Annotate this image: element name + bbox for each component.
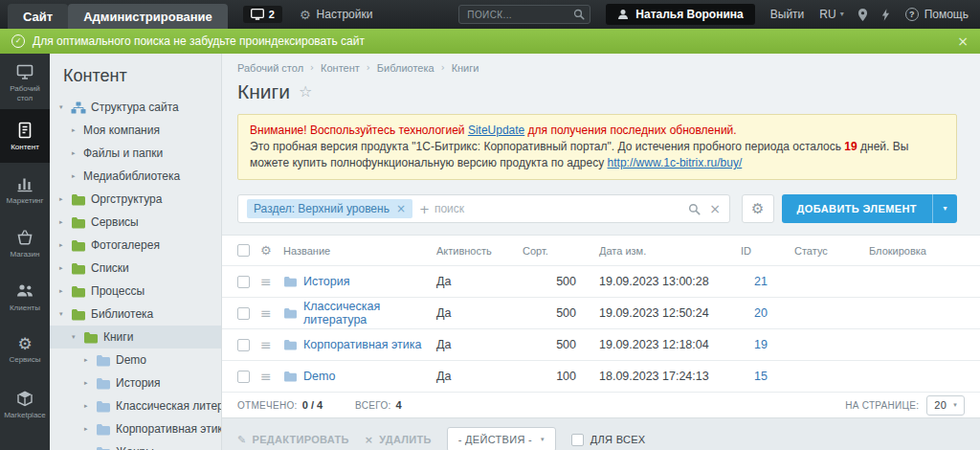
search-icon[interactable] (573, 9, 585, 20)
row-menu-icon[interactable]: ≡ (260, 370, 283, 383)
col-modified[interactable]: Дата изм. (599, 245, 741, 257)
rail-item-marketing[interactable]: Маркетинг (0, 163, 50, 216)
user-menu[interactable]: Наталья Воронина (606, 4, 754, 25)
actions-dropdown[interactable]: - ДЕЙСТВИЯ - ▾ (447, 427, 556, 450)
sidebar-item-medialibrary[interactable]: ▸ Медиабиблиотека (50, 165, 221, 188)
row-sort: 500 (523, 275, 576, 288)
row-checkbox[interactable] (237, 307, 250, 320)
logout-link[interactable]: Выйти (770, 8, 805, 21)
chevron-right-icon[interactable]: ▸ (59, 196, 71, 203)
sidebar-item-site-structure[interactable]: ▾ Структура сайта (50, 96, 221, 119)
buy-link[interactable]: http://www.1c-bitrix.ru/buy/ (608, 156, 743, 169)
row-menu-icon[interactable]: ≡ (260, 306, 283, 320)
sidebar-item-services[interactable]: ▸ Сервисы (50, 211, 221, 234)
chevron-down-icon[interactable]: ▾ (59, 104, 71, 111)
sidebar-item-corporate-ethics[interactable]: ▸ Корпоративная этик (50, 417, 221, 440)
search-input[interactable] (458, 5, 590, 24)
row-id-link[interactable]: 15 (754, 370, 768, 383)
chevron-right-icon[interactable]: ▸ (59, 265, 71, 272)
row-checkbox[interactable] (237, 371, 250, 383)
rail-item-desktop[interactable]: Рабочий стол (0, 56, 50, 109)
breadcrumb-item[interactable]: Рабочий стол (237, 62, 303, 74)
row-id-link[interactable]: 20 (754, 306, 768, 320)
sidebar-item-history[interactable]: ▸ История (50, 371, 221, 394)
pin-icon[interactable] (858, 9, 868, 21)
sidebar-item-lists[interactable]: ▸ Списки (50, 257, 221, 280)
search-icon[interactable] (688, 203, 701, 215)
rail-item-content[interactable]: Контент (0, 109, 50, 163)
row-name-link[interactable]: Demo (303, 370, 335, 383)
chevron-down-icon[interactable]: ▾ (72, 334, 83, 341)
col-status[interactable]: Статус (794, 245, 869, 257)
row-menu-icon[interactable]: ≡ (260, 275, 283, 288)
row-menu-icon[interactable]: ≡ (260, 338, 283, 351)
add-element-button[interactable]: ДОБАВИТЬ ЭЛЕМЕНТ ▾ (782, 194, 957, 223)
settings-button[interactable]: ⚙ Настройки (300, 8, 373, 21)
col-sort[interactable]: Сорт. (523, 245, 576, 257)
sidebar-item-my-company[interactable]: ▸ Моя компания (50, 119, 221, 142)
chevron-right-icon[interactable]: ▸ (59, 288, 71, 295)
siteupdate-link[interactable]: SiteUpdate (468, 124, 524, 137)
sidebar-item-genres[interactable]: ▸ Жанры (50, 440, 221, 450)
filter-search-input[interactable] (434, 202, 688, 215)
rail-item-services[interactable]: ⚙ Сервисы (0, 324, 50, 377)
col-lock[interactable]: Блокировка (869, 245, 980, 257)
help-button[interactable]: ? Помощь (905, 8, 969, 21)
chip-close-icon[interactable]: × (396, 203, 406, 214)
row-checkbox[interactable] (237, 339, 250, 351)
sidebar-item-library[interactable]: ▾ Библиотека (50, 303, 221, 326)
grid-settings-button[interactable]: ⚙ (742, 194, 774, 223)
notifications-counter[interactable]: 2 (243, 6, 282, 23)
chevron-right-icon[interactable]: ▸ (59, 242, 71, 249)
col-active[interactable]: Активность (436, 245, 523, 257)
folder-icon (96, 354, 111, 367)
row-name-link[interactable]: Корпоративная этика (303, 338, 422, 351)
chevron-right-icon[interactable]: ▸ (84, 380, 96, 387)
sidebar-item-files-folders[interactable]: ▸ Файлы и папки (50, 142, 221, 165)
add-dropdown-caret-icon[interactable]: ▾ (932, 194, 957, 223)
lightning-icon[interactable] (881, 9, 890, 21)
delete-button[interactable]: × УДАЛИТЬ (365, 427, 432, 450)
row-id-link[interactable]: 19 (754, 338, 768, 351)
chevron-down-icon[interactable]: ▾ (59, 311, 71, 318)
chevron-right-icon[interactable]: ▸ (84, 403, 96, 410)
edit-button[interactable]: ✎ РЕДАКТИРОВАТЬ (237, 427, 349, 450)
select-all-checkbox[interactable] (237, 244, 250, 257)
per-page-select[interactable]: 20 ▾ (926, 395, 965, 416)
breadcrumb-item[interactable]: Контент (321, 62, 360, 74)
tab-site[interactable]: Сайт (8, 4, 68, 29)
breadcrumb-item[interactable]: Библиотека (377, 62, 434, 74)
header-gear-icon[interactable]: ⚙ (260, 244, 283, 257)
for-all-checkbox[interactable] (571, 434, 584, 446)
language-selector[interactable]: RU ▾ (819, 8, 843, 21)
filter-input-box[interactable]: Раздел: Верхний уровень × + × (237, 194, 730, 223)
chevron-right-icon[interactable]: ▸ (84, 426, 96, 433)
col-name[interactable]: Название (283, 245, 436, 257)
user-icon (617, 9, 629, 20)
favorite-star-icon[interactable]: ☆ (299, 84, 312, 100)
row-name-link[interactable]: Классическая литература (303, 300, 436, 326)
sidebar-item-processes[interactable]: ▸ Процессы (50, 280, 221, 303)
for-all-toggle[interactable]: ДЛЯ ВСЕХ (571, 427, 646, 450)
rail-item-clients[interactable]: Клиенты (0, 270, 50, 324)
chevron-right-icon[interactable]: ▸ (72, 150, 83, 157)
row-checkbox[interactable] (237, 276, 250, 288)
chevron-right-icon[interactable]: ▸ (59, 219, 71, 226)
row-name-link[interactable]: История (303, 275, 349, 288)
tab-administration[interactable]: Администрирование (68, 4, 228, 29)
sidebar-item-classic-literature[interactable]: ▸ Классическая литер (50, 394, 221, 417)
filter-clear-icon[interactable]: × (709, 202, 721, 215)
sidebar-item-books[interactable]: ▾ Книги (50, 326, 221, 349)
rail-item-shop[interactable]: Магазин (0, 216, 50, 270)
sidebar-item-demo[interactable]: ▸ Demo (50, 349, 221, 371)
chevron-right-icon[interactable]: ▸ (72, 127, 83, 134)
notice-close-icon[interactable]: × (957, 34, 969, 48)
chevron-right-icon[interactable]: ▸ (72, 173, 83, 180)
chevron-right-icon[interactable]: ▸ (84, 357, 96, 364)
row-id-link[interactable]: 21 (754, 275, 768, 288)
sidebar-item-photogallery[interactable]: ▸ Фотогалерея (50, 234, 221, 257)
rail-item-marketplace[interactable]: Marketplace (0, 377, 50, 431)
sidebar-item-orgstructure[interactable]: ▸ Оргструктура (50, 188, 221, 211)
col-id[interactable]: ID (741, 245, 794, 257)
filter-chip-section[interactable]: Раздел: Верхний уровень × (247, 199, 412, 218)
